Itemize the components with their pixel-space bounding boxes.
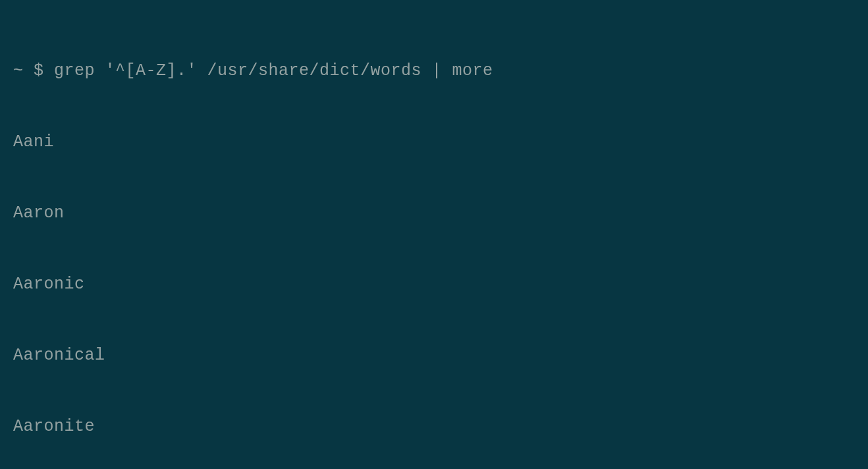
output-line: Aaronite [13,415,868,439]
command-line[interactable]: ~ $ grep '^[A-Z].' /usr/share/dict/words… [13,59,868,83]
terminal-window[interactable]: ~ $ grep '^[A-Z].' /usr/share/dict/words… [13,12,868,469]
output-line: Aaronical [13,344,868,368]
output-line: Aaron [13,202,868,225]
output-line: Aaronic [13,273,868,296]
command-text: grep '^[A-Z].' /usr/share/dict/words | m… [54,61,493,80]
output-line: Aani [13,130,868,154]
prompt-symbol: ~ $ [13,61,54,80]
